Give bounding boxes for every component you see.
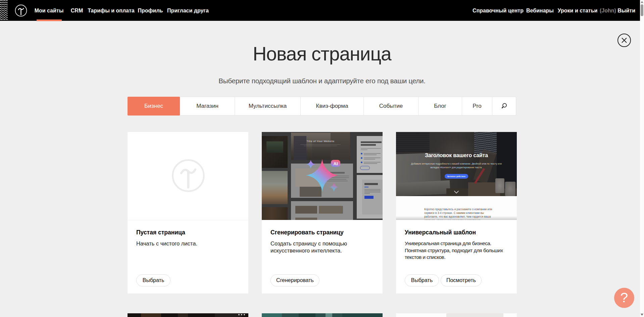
svg-text:AI: AI <box>334 161 338 166</box>
